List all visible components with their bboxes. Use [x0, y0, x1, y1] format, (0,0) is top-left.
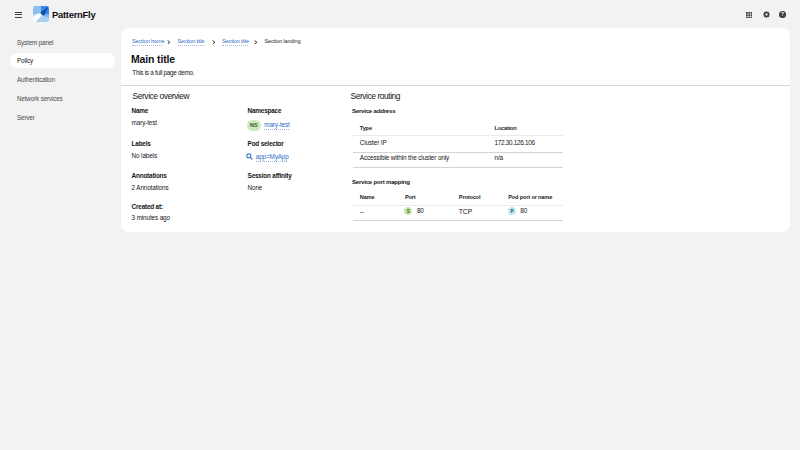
- svg-text:?: ?: [781, 12, 784, 17]
